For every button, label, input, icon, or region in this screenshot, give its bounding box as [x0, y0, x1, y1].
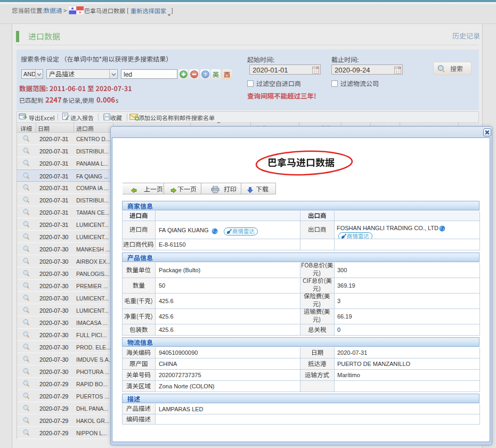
svg-text:?: ? [204, 72, 206, 77]
